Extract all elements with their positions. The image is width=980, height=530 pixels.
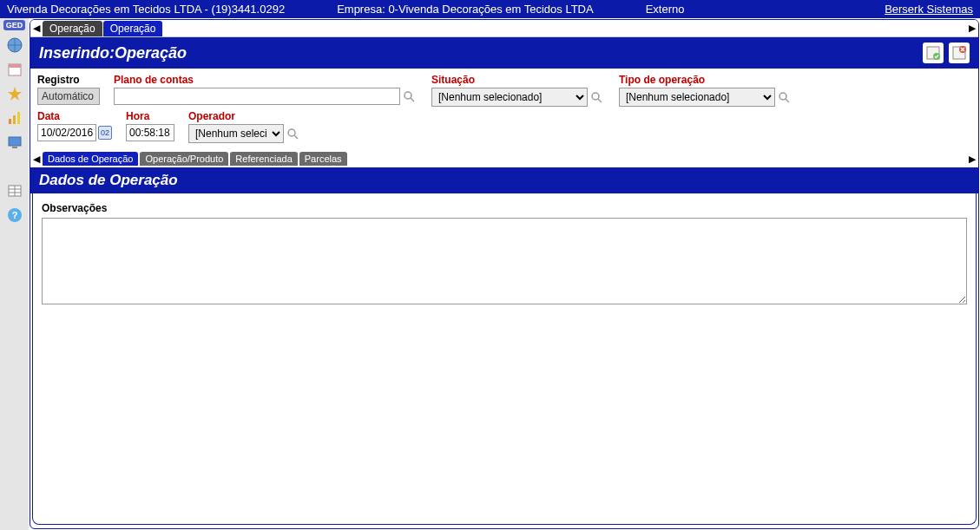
svg-point-23 (779, 93, 786, 100)
subtab-strip: ◀ Dados de Operação Operação/Produto Ref… (30, 150, 978, 167)
section-body: Observações (32, 193, 977, 525)
monitor-icon[interactable] (5, 133, 24, 152)
svg-rect-5 (13, 115, 16, 124)
svg-rect-8 (12, 147, 17, 148)
calendar-icon[interactable]: 02 (98, 126, 112, 140)
search-icon[interactable] (777, 90, 791, 104)
svg-point-19 (404, 92, 411, 99)
svg-line-22 (598, 99, 602, 102)
globe-icon[interactable] (5, 36, 24, 55)
hora-label: Hora (126, 110, 174, 122)
subtab-produto[interactable]: Operação/Produto (140, 152, 228, 166)
operador-label: Operador (188, 110, 299, 122)
page-title: Inserindo:Operação (39, 44, 187, 62)
cancel-button[interactable] (949, 43, 970, 63)
tab-operacao-2[interactable]: Operação (103, 21, 163, 36)
situacao-select[interactable]: [Nenhum selecionado] (431, 88, 588, 107)
plano-input[interactable] (114, 88, 400, 105)
page-title-bar: Inserindo:Operação (30, 37, 978, 69)
svg-point-21 (592, 93, 599, 100)
star-icon[interactable] (5, 84, 24, 103)
sidebar: GED ? (0, 18, 29, 530)
subtab-parcelas[interactable]: Parcelas (299, 152, 347, 166)
data-label: Data (37, 110, 112, 122)
operador-select[interactable]: [Nenhum selecio (188, 124, 284, 143)
svg-rect-4 (9, 119, 11, 124)
save-button[interactable] (923, 43, 944, 63)
obs-textarea[interactable] (42, 218, 967, 304)
calendar-icon[interactable] (5, 60, 24, 79)
subtab-dados[interactable]: Dados de Operação (43, 152, 138, 166)
subtab-scroll-left[interactable]: ◀ (30, 154, 43, 165)
header-link[interactable]: Berserk Sistemas (885, 3, 973, 16)
tab-operacao-1[interactable]: Operação (43, 21, 102, 36)
svg-line-24 (786, 99, 789, 102)
header-title: Vivenda Decorações em Tecidos LTDA - (19… (7, 3, 285, 16)
search-icon[interactable] (402, 89, 416, 103)
svg-line-26 (294, 135, 298, 139)
tipo-label: Tipo de operação (619, 74, 793, 86)
situacao-label: Situação (431, 74, 605, 86)
chart-icon[interactable] (5, 108, 24, 128)
tab-scroll-right[interactable]: ▶ (966, 23, 978, 34)
help-icon[interactable]: ? (5, 206, 24, 225)
obs-label: Observações (42, 202, 967, 214)
tab-strip: ◀ Operação Operação ▶ (30, 20, 978, 37)
subtab-referenciada[interactable]: Referenciada (230, 152, 297, 166)
header-externo: Externo (646, 3, 685, 16)
table-icon[interactable] (5, 181, 24, 200)
blank-icon[interactable] (5, 157, 24, 176)
data-input[interactable] (37, 124, 96, 141)
svg-rect-2 (9, 64, 21, 68)
svg-line-20 (411, 98, 414, 101)
registro-label: Registro (37, 74, 100, 86)
search-icon[interactable] (286, 127, 299, 141)
header-company: Empresa: 0-Vivenda Decorações em Tecidos… (337, 3, 594, 16)
app-header: Vivenda Decorações em Tecidos LTDA - (19… (0, 0, 980, 18)
svg-rect-7 (9, 137, 21, 146)
section-header: Dados de Operação (30, 167, 978, 193)
registro-value: Automático (37, 88, 100, 105)
tipo-select[interactable]: [Nenhum selecionado] (619, 88, 775, 107)
svg-rect-6 (17, 112, 20, 124)
ged-badge[interactable]: GED (3, 20, 26, 30)
subtab-scroll-right[interactable]: ▶ (966, 154, 978, 165)
search-icon[interactable] (589, 90, 603, 104)
svg-point-25 (288, 129, 295, 136)
plano-label: Plano de contas (114, 74, 418, 86)
tab-scroll-left[interactable]: ◀ (30, 23, 43, 34)
form-area: Registro Automático Plano de contas Situ… (30, 69, 978, 150)
svg-text:?: ? (11, 210, 17, 220)
hora-input[interactable] (126, 124, 174, 141)
svg-marker-3 (8, 87, 22, 101)
